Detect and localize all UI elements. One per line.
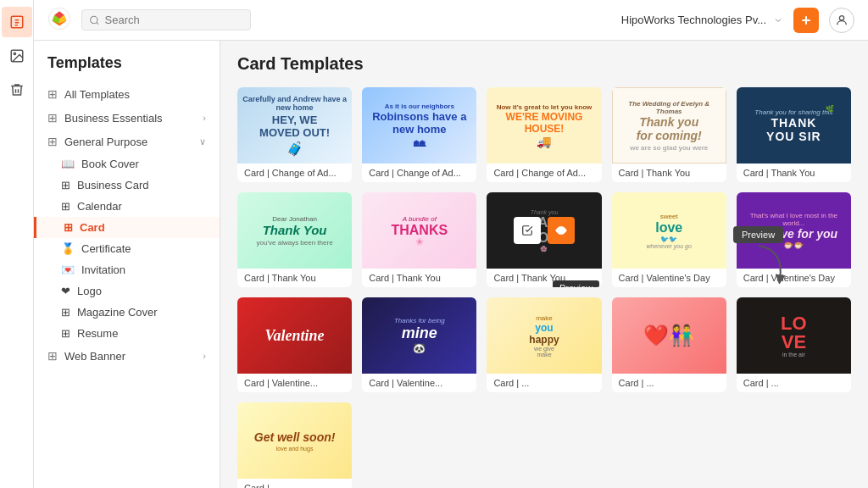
- certificate-icon: 🏅: [61, 242, 75, 255]
- card-label: Card | Change of Ad...: [362, 164, 476, 182]
- sidebar-item-resume[interactable]: ⊞ Resume: [34, 323, 220, 344]
- chevron-right-icon: ›: [203, 351, 206, 361]
- card-label: Card | Thank You: [362, 269, 476, 287]
- card-label: Card | Change of Ad...: [487, 164, 601, 182]
- card-item[interactable]: sweet love 🐦🐦 whenever you go Card | Val…: [612, 192, 726, 287]
- card-overlay: [487, 192, 601, 269]
- sidebar-item-label: Certificate: [81, 242, 131, 255]
- card-item[interactable]: Carefully and Andrew have a new home HEY…: [237, 87, 352, 182]
- card-item[interactable]: The Wedding of Evelyn & Thomas Thank you…: [612, 87, 726, 182]
- card-item[interactable]: As it is our neighbors Robinsons have an…: [362, 87, 476, 182]
- card-label: Card | Thank You: [737, 164, 851, 182]
- card-label: Card | ...: [487, 374, 601, 392]
- card-grid: Carefully and Andrew have a new home HEY…: [237, 87, 851, 488]
- sidebar-item-label: Invitation: [81, 263, 125, 276]
- card-thumbnail: Get well soon! love and hugs: [237, 402, 352, 479]
- sidebar-item-invitation[interactable]: 💌 Invitation: [34, 259, 220, 280]
- card-icon: ⊞: [64, 221, 73, 234]
- card-item[interactable]: That's what I love most in the world... …: [737, 192, 851, 287]
- card-item[interactable]: Valentine Card | Valentine...: [237, 297, 352, 392]
- card-label: Card | Valentine...: [237, 374, 352, 392]
- card-item[interactable]: A bundle of THANKS 🌸 Card | Thank You: [362, 192, 476, 287]
- sidebar-item-label: Web Banner: [64, 350, 196, 363]
- sidebar-item-logo[interactable]: ❤ Logo: [34, 280, 220, 302]
- sidebar-item-label: Card: [80, 221, 105, 234]
- resume-icon: ⊞: [61, 327, 70, 340]
- sidebar-item-calendar[interactable]: ⊞ Calendar: [34, 196, 220, 217]
- sidebar-item-label: General Purpose: [64, 136, 192, 148]
- page-title: Card Templates: [237, 54, 851, 74]
- sidebar-item-label: Business Essentials: [64, 112, 196, 125]
- sidebar-item-label: All Templates: [64, 88, 206, 101]
- sidebar-item-all-templates[interactable]: ⊞ All Templates: [34, 82, 220, 106]
- card-item[interactable]: Now it's great to let you know WE'RE MOV…: [487, 87, 601, 182]
- svg-point-4: [91, 16, 97, 23]
- card-item[interactable]: make you happy we givemake Card | ...: [487, 297, 601, 392]
- card-thumbnail: As it is our neighbors Robinsons have an…: [362, 87, 476, 164]
- card-thumbnail: ❤️👫: [612, 297, 726, 374]
- svg-point-2: [14, 53, 15, 54]
- sidebar-item-label: Resume: [77, 327, 118, 340]
- sidebar-item-label: Logo: [77, 285, 102, 297]
- sidebar-item-label: Business Card: [77, 179, 149, 191]
- card-item[interactable]: ❤️👫 Card | ...: [612, 297, 726, 392]
- card-thumbnail: sweet love 🐦🐦 whenever you go: [612, 192, 726, 269]
- left-sidebar: Templates ⊞ All Templates ⊞ Business Ess…: [34, 41, 220, 488]
- book-icon: 📖: [61, 158, 75, 170]
- card-item[interactable]: 🌿 Thank you for sharing this THANKYOU SI…: [737, 87, 851, 182]
- sidebar-item-label: Magazine Cover: [77, 306, 158, 319]
- sidebar-icon-image[interactable]: [2, 41, 32, 71]
- sidebar-item-book-cover[interactable]: 📖 Book Cover: [34, 153, 220, 175]
- topbar-user: HipoWorks Technologies Pv...: [621, 14, 783, 26]
- card-thumbnail: Dear Jonathan Thank You you've always be…: [237, 192, 352, 269]
- sidebar-item-general-purpose[interactable]: ⊞ General Purpose ∨: [34, 130, 220, 153]
- sidebar-item-business-essentials[interactable]: ⊞ Business Essentials ›: [34, 106, 220, 130]
- card-item[interactable]: Thanks for being mine 🐼 Card | Valentine…: [362, 297, 476, 392]
- sidebar-icon-trash[interactable]: [2, 75, 32, 105]
- preview-button[interactable]: [548, 217, 575, 244]
- user-avatar[interactable]: [829, 8, 854, 33]
- logo[interactable]: [47, 7, 71, 33]
- chevron-down-icon: ∨: [199, 136, 206, 147]
- search-input[interactable]: [105, 14, 243, 26]
- card-label: Card | Valentine...: [362, 374, 476, 392]
- sidebar-item-card[interactable]: ⊞ Card: [34, 217, 220, 238]
- select-button[interactable]: [514, 217, 541, 244]
- card-item[interactable]: Dear Jonathan Thank You you've always be…: [237, 192, 352, 287]
- sidebar-title: Templates: [34, 51, 220, 82]
- topbar: HipoWorks Technologies Pv...: [34, 0, 868, 41]
- card-thumbnail: Now it's great to let you know WE'RE MOV…: [487, 87, 601, 164]
- svg-point-5: [839, 15, 843, 19]
- preview-tooltip: Preview: [553, 280, 599, 287]
- card-item-selected[interactable]: Thank you THANKYOU 🌸: [487, 192, 601, 287]
- chevron-right-icon: ›: [203, 113, 206, 123]
- card-thumbnail: make you happy we givemake: [487, 297, 601, 374]
- sidebar-item-business-card[interactable]: ⊞ Business Card: [34, 175, 220, 196]
- sidebar-item-web-banner[interactable]: ⊞ Web Banner ›: [34, 344, 220, 368]
- card-label: Card | ...: [737, 374, 851, 392]
- card-thumbnail: The Wedding of Evelyn & Thomas Thank you…: [612, 87, 726, 164]
- card-thumbnail: A bundle of THANKS 🌸: [362, 192, 476, 269]
- card-label: Card | Thank You: [612, 164, 726, 182]
- magazine-icon: ⊞: [61, 306, 70, 319]
- card-thumbnail: LOVE in the air: [737, 297, 851, 374]
- card-icon: ⊞: [61, 179, 70, 191]
- card-label: Card | Thank You: [237, 269, 352, 287]
- sidebar-item-magazine-cover[interactable]: ⊞ Magazine Cover: [34, 302, 220, 323]
- grid-icon: ⊞: [47, 349, 58, 363]
- sidebar-item-label: Book Cover: [81, 158, 139, 170]
- card-item[interactable]: LOVE in the air Card | ...: [737, 297, 851, 392]
- calendar-icon: ⊞: [61, 200, 70, 213]
- grid-icon: ⊞: [47, 111, 58, 125]
- card-item[interactable]: Get well soon! love and hugs Card | ...: [237, 402, 352, 488]
- card-label: Card | ...: [237, 479, 352, 488]
- card-label: Card | ...: [612, 374, 726, 392]
- chevron-down-icon: [773, 15, 783, 25]
- search-icon: [89, 14, 100, 26]
- card-label: Card | Valentine's Day: [612, 269, 726, 287]
- sidebar-icon-file[interactable]: [2, 7, 32, 37]
- card-thumbnail: Carefully and Andrew have a new home HEY…: [237, 87, 352, 164]
- add-button[interactable]: [793, 8, 819, 33]
- card-thumbnail: Valentine: [237, 297, 352, 374]
- sidebar-item-certificate[interactable]: 🏅 Certificate: [34, 238, 220, 259]
